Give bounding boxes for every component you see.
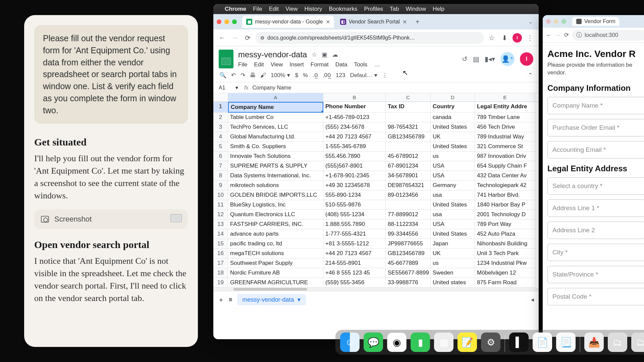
formula-input[interactable]: Company Name [252, 85, 291, 91]
row-header[interactable]: 13 [213, 220, 228, 229]
cell[interactable]: Technologiepark 42 [475, 181, 535, 190]
row-header[interactable]: 7 [213, 161, 228, 171]
cell[interactable]: (559) 555-3456 [323, 278, 386, 288]
cell[interactable]: Germany [431, 181, 475, 190]
cell[interactable]: 45-6789012 [386, 152, 431, 161]
new-tab-button[interactable]: + [413, 18, 422, 26]
cell[interactable]: Innovate Tech Solutions [228, 152, 323, 161]
cell[interactable]: Sweden [431, 268, 475, 278]
paint-format-button[interactable]: 🖌 [260, 72, 266, 79]
back-button[interactable]: ← [217, 33, 227, 43]
cell[interactable]: 34-5678901 [386, 171, 431, 181]
toolbar-more-icon[interactable]: ⋮ [382, 72, 388, 79]
window-minimize-icon[interactable] [554, 19, 558, 24]
select-all-corner[interactable] [213, 93, 228, 102]
sheets-menu-item[interactable]: Data [335, 61, 347, 68]
cell[interactable]: GOLDEN BRIDGE IMPORTS,LLC [228, 190, 323, 200]
state-field[interactable]: State/Province * [547, 266, 644, 283]
menubar-item[interactable]: History [304, 6, 322, 12]
cell[interactable]: +46 8 555 123 45 [323, 268, 386, 278]
row-header[interactable]: 15 [213, 239, 228, 249]
row-header[interactable]: 19 [213, 278, 228, 288]
all-sheets-button[interactable]: ≡ [229, 296, 232, 303]
cell[interactable]: +1-456-789-0123 [323, 113, 386, 122]
cell[interactable]: 67-8901234 [386, 161, 431, 171]
move-icon[interactable]: ▣ [322, 51, 327, 58]
format-percent-button[interactable]: % [303, 72, 308, 79]
browser-tab-portal[interactable]: ◧ Vendor Search Portal ✕ [336, 16, 411, 28]
collapse-toolbar-icon[interactable]: ⌃ [528, 72, 533, 79]
cell[interactable]: 789 Timber Lane [475, 113, 535, 122]
zoom-select[interactable]: 100% ▾ [271, 72, 290, 79]
cell[interactable]: United States [431, 122, 475, 132]
column-header[interactable]: E [475, 93, 535, 102]
cell[interactable]: Southwest Paper Supply [228, 258, 323, 268]
menubar-item[interactable]: View [285, 6, 298, 12]
cell[interactable]: 2001 Technology D [475, 210, 535, 220]
cell[interactable]: (408) 555-1234 [323, 210, 386, 220]
cell[interactable]: advance auto parts [228, 229, 323, 239]
menubar-item[interactable]: Help [433, 6, 444, 12]
cell[interactable]: +81 3-5555-1212 [323, 239, 386, 249]
row-header[interactable]: 6 [213, 152, 228, 161]
cell[interactable]: +49 30 12345678 [323, 181, 386, 190]
row-header[interactable]: 16 [213, 249, 228, 258]
cell[interactable]: 555.456.7890 [323, 152, 386, 161]
cell[interactable]: 555-890-1234 [323, 190, 386, 200]
window-zoom-icon[interactable] [561, 19, 566, 24]
cell[interactable]: mikrotech solutions [228, 181, 323, 190]
font-select[interactable]: Defaul… ▾ [350, 72, 377, 79]
cell[interactable]: +44 20 7123 4567 [323, 249, 386, 258]
browser-tab-sheets[interactable]: ▦ messy-vendor-data - Google ✕ [242, 16, 334, 28]
column-header[interactable]: A [228, 93, 323, 102]
site-info-icon[interactable]: ⚙ [260, 35, 265, 41]
cell[interactable]: SE556677-8899 [386, 268, 431, 278]
cell[interactable]: 321 Commerce St [475, 142, 535, 152]
cell[interactable]: United States [431, 142, 475, 152]
history-icon[interactable]: ↺ [462, 55, 468, 63]
dock-textedit-icon[interactable]: 📄 [533, 333, 552, 352]
cell[interactable]: Smith & Co. Suppliers [228, 142, 323, 152]
name-box[interactable]: A1▾ [217, 84, 240, 92]
sheet-scroll-left-icon[interactable]: ◂ [531, 296, 534, 303]
cell[interactable]: Phone Number [323, 102, 386, 113]
meet-icon[interactable]: ▮◂▾ [485, 55, 495, 63]
city-field[interactable]: City * [547, 244, 644, 261]
cell[interactable]: 1-777-555-4321 [323, 229, 386, 239]
cell[interactable]: usa [431, 210, 475, 220]
cell[interactable]: TechPro Services, LLC [228, 122, 323, 132]
scrollbar-thumb[interactable] [233, 288, 307, 291]
cell[interactable]: us [431, 258, 475, 268]
sheets-menu-item[interactable]: Insert [289, 61, 304, 68]
dock-terminal-icon[interactable]: ▌ [509, 333, 529, 352]
po-email-field[interactable]: Purchase Order Email * [547, 119, 644, 136]
star-icon[interactable]: ☆ [312, 51, 317, 58]
more-formats-button[interactable]: 123 [336, 72, 345, 79]
cell[interactable]: United States [431, 229, 475, 239]
menubar-item[interactable]: Bookmarks [329, 6, 357, 12]
row-header[interactable]: 10 [213, 190, 228, 200]
screenshot-chip[interactable]: Screenshot [34, 209, 188, 229]
row-header[interactable]: 4 [213, 132, 228, 142]
tab-close-icon[interactable]: ✕ [402, 19, 407, 25]
window-zoom-icon[interactable] [232, 19, 237, 24]
column-header[interactable]: C [386, 93, 431, 102]
cell[interactable]: FASTSHIP CARRIERS, INC. [228, 220, 323, 229]
dock-folder-icon[interactable]: 🗂 [608, 333, 627, 352]
cell[interactable]: (555)567-8901 [323, 161, 386, 171]
country-select[interactable]: Select a country * [547, 177, 644, 195]
row-header[interactable]: 9 [213, 181, 228, 190]
dock-downloads-icon[interactable]: 📥 [584, 333, 604, 352]
cell[interactable]: SUPREME PARTS & SUPPLY [228, 161, 323, 171]
menubar-item[interactable]: File [253, 6, 262, 12]
row-header[interactable]: 8 [213, 171, 228, 181]
menubar-item[interactable]: Tab [390, 6, 399, 12]
cell[interactable]: megaTECH solutions [228, 249, 323, 258]
window-close-icon[interactable] [217, 19, 221, 24]
cell[interactable]: Quantum Electronics LLC [228, 210, 323, 220]
print-button[interactable]: 🖶 [250, 72, 256, 79]
company-name-field[interactable]: Company Name * [547, 97, 644, 114]
cell[interactable]: 654 Supply Chain F [475, 161, 535, 171]
cell[interactable]: USA [431, 161, 475, 171]
row-header[interactable]: 11 [213, 200, 228, 210]
